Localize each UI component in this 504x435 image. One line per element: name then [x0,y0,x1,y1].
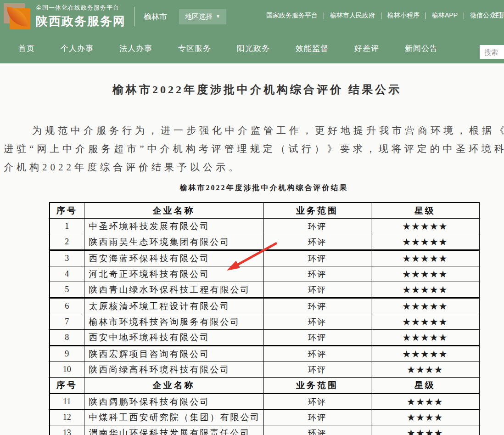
cell-star-rating: ★★★★★ [371,282,479,298]
paragraph-line: 为规范中介服务行为，进一步强化中介监管工作，更好地提升我市营商环境，根据《榆林市… [4,121,504,140]
table-row: 13渭南华山环保科技发展有限责任公司环评★★★★ [50,425,479,435]
cell-star-rating: ★★★★ [371,425,479,435]
column-header: 序号 [50,378,84,394]
cell-company-name: 太原核清环境工程设计有限公司 [84,298,263,314]
caret-down-icon: ▼ [216,14,220,19]
cell-seq: 7 [50,314,84,330]
top-link[interactable]: 国家政务服务平台 [260,11,324,20]
cell-scope: 环评 [263,250,371,266]
announcement-paragraph: 为规范中介服务行为，进一步强化中介监管工作，更好地提升我市营商环境，根据《榆林市… [0,121,504,176]
search-input[interactable] [480,45,504,59]
cell-scope: 环评 [263,410,371,425]
cell-scope: 环评 [263,298,371,314]
table-row: 12中煤科工西安研究院（集团）有限公司环评★★★★ [50,410,479,425]
nav-item[interactable]: 阳光政务 [237,43,270,54]
cell-star-rating: ★★★★ [371,410,479,425]
brand-block: 全国一体化在线政务服务平台 陕西政务服务网 [36,4,126,29]
cell-star-rating: ★★★★★ [371,266,479,282]
nav-item[interactable]: 效能监督 [296,43,329,54]
column-header: 业务范围 [263,378,371,394]
nav-item[interactable]: 专区服务 [178,43,211,54]
cell-seq: 9 [50,346,84,362]
cell-scope: 环评 [263,314,371,330]
register-link[interactable]: 注册 [492,11,504,20]
cell-scope: 环评 [263,362,371,378]
current-city-label: 榆林市 [144,11,167,22]
cell-star-rating: ★★★★★ [371,330,479,346]
nav-item[interactable]: 新闻公告 [405,43,438,54]
cell-star-rating: ★★★★★ [371,219,479,234]
table-row: 5陕西青山绿水环保科技工程有限公司环评★★★★★ [50,282,479,298]
table-row: 11陕西阔鹏环保科技有限公司环评★★★★ [50,394,479,410]
top-link[interactable]: 榆林市人民政府 [324,11,381,20]
nav-item[interactable]: 个人办事 [61,43,94,54]
table-row: 6太原核清环境工程设计有限公司环评★★★★★ [50,298,479,314]
cell-company-name: 中煤科工西安研究院（集团）有限公司 [84,410,263,425]
top-links: 国家政务服务平台榆林市人民政府榆林小程序榆林APP微信公众号 [260,11,504,20]
cell-company-name: 河北奇正环境科技有限公司 [84,266,263,282]
cell-company-name: 陕西阔鹏环保科技有限公司 [84,394,263,410]
main-nav: 首页个人办事法人办事专区服务阳光政务效能监督好差评新闻公告 [0,33,504,63]
cell-star-rating: ★★★★★ [371,250,479,266]
top-link[interactable]: 榆林小程序 [381,11,426,20]
brand-divider [134,7,134,26]
table-caption: 榆林市2022年度涉批中介机构综合评价结果 [0,183,504,193]
cell-scope: 环评 [263,266,371,282]
cell-scope: 环评 [263,282,371,298]
cell-scope: 环评 [263,330,371,346]
cell-seq: 2 [50,234,84,250]
table-header-row: 序号企业名称业务范围星级 [50,378,479,394]
cell-company-name: 陕西尚绿高科环境科技有限公司 [84,362,263,378]
cell-company-name: 渭南华山环保科技发展有限责任公司 [84,425,263,435]
site-header: 全国一体化在线政务服务平台 陕西政务服务网 榆林市 地区选择 ▼ 国家政务服务平… [0,0,504,63]
table-row: 3西安海蓝环保科技有限公司环评★★★★★ [50,250,479,266]
column-header: 星级 [371,378,479,394]
cell-star-rating: ★★★★ [371,362,479,378]
announcement-page: 榆林市2022年度涉批中介机构综合评价 结果公示 为规范中介服务行为，进一步强化… [0,63,504,435]
column-header: 企业名称 [84,378,263,394]
table-row: 4河北奇正环境科技有限公司环评★★★★★ [50,266,479,282]
nav-item[interactable]: 首页 [18,43,35,54]
cell-seq: 11 [50,394,84,410]
cell-scope: 环评 [263,394,371,410]
region-selector-label: 地区选择 [185,12,213,21]
table-row: 8西安中地环境科技有限公司环评★★★★★ [50,330,479,346]
cell-company-name: 陕西雨昊生态环境集团有限公司 [84,234,263,250]
cell-star-rating: ★★★★ [371,394,479,410]
site-name: 陕西政务服务网 [36,13,126,29]
nav-item[interactable]: 好差评 [354,43,379,54]
cell-company-name: 陕西青山绿水环保科技工程有限公司 [84,282,263,298]
cell-company-name: 西安中地环境科技有限公司 [84,330,263,346]
cell-company-name: 中圣环境科技发展有限公司 [84,219,263,234]
column-header: 业务范围 [263,203,371,219]
site-logo[interactable] [4,2,31,31]
cell-star-rating: ★★★★★ [371,346,479,362]
column-header: 企业名称 [84,203,263,219]
cell-seq: 4 [50,266,84,282]
cell-company-name: 榆林市环境科技咨询服务有限公司 [84,314,263,330]
table-header-row: 序号企业名称业务范围星级 [50,203,479,219]
cell-company-name: 西安海蓝环保科技有限公司 [84,250,263,266]
cell-seq: 8 [50,330,84,346]
column-header: 星级 [371,203,479,219]
header-top-row: 全国一体化在线政务服务平台 陕西政务服务网 榆林市 地区选择 ▼ 国家政务服务平… [0,0,504,33]
cell-star-rating: ★★★★★ [371,298,479,314]
table-row: 9陕西宏辉项目咨询有限公司环评★★★★★ [50,346,479,362]
cell-scope: 环评 [263,425,371,435]
cell-star-rating: ★★★★★ [371,314,479,330]
evaluation-table-body: 序号企业名称业务范围星级1中圣环境科技发展有限公司环评★★★★★2陕西雨昊生态环… [50,203,479,435]
cell-company-name: 陕西宏辉项目咨询有限公司 [84,346,263,362]
region-selector-button[interactable]: 地区选择 ▼ [179,9,226,24]
cell-scope: 环评 [263,219,371,234]
column-header: 序号 [50,203,84,219]
cell-seq: 3 [50,250,84,266]
page-title: 榆林市2022年度涉批中介机构综合评价 结果公示 [0,82,504,97]
paragraph-line: 进驻“网上中介服务超市”中介机构考评管理规定（试行）》要求，现将评定的中圣环境科… [4,140,504,158]
table-row: 7榆林市环境科技咨询服务有限公司环评★★★★★ [50,314,479,330]
paragraph-line: 介机构2022年度综合评价结果予以公示。 [4,158,504,176]
nav-item[interactable]: 法人办事 [119,43,152,54]
top-link[interactable]: 榆林APP [426,11,464,20]
evaluation-table: 序号企业名称业务范围星级1中圣环境科技发展有限公司环评★★★★★2陕西雨昊生态环… [49,202,480,435]
table-row: 2陕西雨昊生态环境集团有限公司环评★★★★★ [50,234,479,250]
cell-star-rating: ★★★★★ [371,234,479,250]
